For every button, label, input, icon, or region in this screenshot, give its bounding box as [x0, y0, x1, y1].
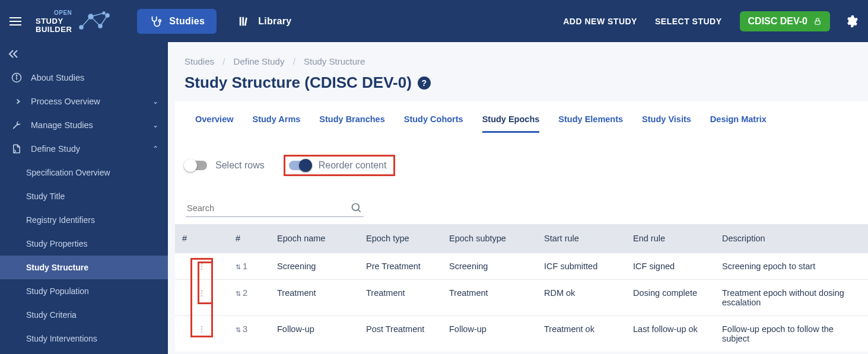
epoch-type: Post Treatment: [359, 316, 442, 352]
epoch-subtype: Treatment: [442, 280, 537, 316]
sidebar-item-about-studies[interactable]: About Studies: [0, 66, 168, 90]
start-rule: Treatment ok: [537, 316, 626, 352]
page-title: Study Structure (CDISC DEV-0): [185, 74, 412, 92]
sidebar-subitem-registry-identifiers[interactable]: Registry Identifiers: [0, 208, 168, 232]
breadcrumb-item: Study Structure: [304, 56, 365, 66]
sidebar-collapse-button[interactable]: [0, 42, 168, 66]
reorder-content-toggle[interactable]: Reorder content: [289, 160, 387, 171]
tab-study-elements[interactable]: Study Elements: [558, 112, 623, 133]
tab-study-cohorts[interactable]: Study Cohorts: [404, 112, 463, 133]
svg-point-7: [106, 14, 109, 17]
nav-library-button[interactable]: Library: [226, 9, 303, 34]
tab-study-epochs[interactable]: Study Epochs: [482, 112, 540, 133]
sidebar-item-manage-studies[interactable]: Manage Studies⌄: [0, 113, 168, 137]
sidebar-subitem-study-properties[interactable]: Study Properties: [0, 232, 168, 256]
nav-studies-label: Studies: [169, 16, 205, 27]
nav-library-label: Library: [258, 16, 291, 27]
drag-handle-icon[interactable]: ⋮: [198, 328, 206, 330]
sidebar-subitem-study-population[interactable]: Study Population: [0, 279, 168, 303]
sidebar-item-process-overview[interactable]: Process Overview⌄: [0, 90, 168, 113]
table-row: ⋮⇅2TreatmentTreatmentTreatmentRDM okDosi…: [175, 280, 868, 316]
nav-studies-button[interactable]: Studies: [137, 9, 217, 34]
chevron-down-icon: ⌄: [152, 121, 158, 129]
column-header[interactable]: #: [228, 224, 270, 253]
logo-graph-icon: [77, 9, 113, 33]
search-box[interactable]: [186, 200, 364, 217]
sidebar-item-label: Manage Studies: [31, 120, 152, 130]
app-logo: OPENSTUDYBUILDER: [36, 9, 113, 34]
end-rule: Last follow-up ok: [626, 316, 715, 352]
tab-overview[interactable]: Overview: [195, 112, 234, 133]
column-header[interactable]: End rule: [626, 224, 715, 253]
column-header[interactable]: Epoch type: [359, 224, 442, 253]
search-icon: [351, 202, 363, 214]
wrench-icon: [9, 120, 24, 130]
svg-rect-11: [243, 17, 244, 25]
lock-icon: [813, 17, 822, 25]
select-study-button[interactable]: SELECT STUDY: [655, 17, 722, 26]
svg-point-17: [352, 204, 360, 211]
switch-off-icon: [186, 161, 207, 170]
epoch-subtype: Follow-up: [442, 316, 537, 352]
column-header[interactable]: #: [175, 224, 228, 253]
svg-point-6: [98, 24, 102, 28]
chevron-down-icon: ⌄: [152, 97, 158, 106]
row-order[interactable]: ⇅3: [228, 316, 270, 352]
tab-study-visits[interactable]: Study Visits: [642, 112, 691, 133]
epoch-name: Screening: [270, 253, 359, 280]
sidebar-item-label: About Studies: [31, 73, 158, 82]
menu-toggle-icon[interactable]: [9, 17, 21, 25]
description: Screening epoch to start: [715, 253, 868, 280]
row-actions[interactable]: ⋮: [198, 261, 206, 271]
sidebar-item-define-study[interactable]: Define Study⌃: [0, 137, 168, 161]
current-study-label: CDISC DEV-0: [748, 16, 807, 27]
sidebar-subitem-specification-overview[interactable]: Specification Overview: [0, 161, 168, 184]
select-rows-toggle[interactable]: Select rows: [186, 160, 265, 171]
tab-design-matrix[interactable]: Design Matrix: [710, 112, 767, 133]
page-icon: [9, 143, 24, 154]
switch-on-icon: [289, 161, 310, 170]
svg-point-16: [16, 75, 17, 76]
svg-point-8: [103, 12, 105, 14]
breadcrumb-item[interactable]: Define Study: [234, 56, 285, 66]
sidebar-subitem-study-title[interactable]: Study Title: [0, 184, 168, 208]
svg-point-5: [88, 14, 93, 19]
settings-gear-icon[interactable]: [844, 14, 859, 28]
select-rows-label: Select rows: [215, 160, 265, 171]
add-new-study-button[interactable]: ADD NEW STUDY: [563, 17, 637, 26]
start-rule: ICF submitted: [537, 253, 626, 280]
sidebar-item-label: Process Overview: [31, 97, 152, 106]
column-header[interactable]: Start rule: [537, 224, 626, 253]
current-study-badge[interactable]: CDISC DEV-0: [740, 11, 830, 31]
breadcrumb: Studies / Define Study / Study Structure: [168, 42, 868, 71]
column-header[interactable]: Epoch name: [270, 224, 359, 253]
sidebar-subitem-study-structure[interactable]: Study Structure: [0, 256, 168, 279]
table-row: ⋮⇅1ScreeningPre TreatmentScreeningICF su…: [175, 253, 868, 280]
svg-line-18: [358, 210, 361, 212]
info-icon: [9, 72, 24, 83]
epoch-name: Follow-up: [270, 316, 359, 352]
sidebar-subitem-study-criteria[interactable]: Study Criteria: [0, 303, 168, 327]
start-rule: RDM ok: [537, 280, 626, 316]
column-header[interactable]: Epoch subtype: [442, 224, 537, 253]
epoch-type: Treatment: [359, 280, 442, 316]
epoch-name: Treatment: [270, 280, 359, 316]
stethoscope-icon: [149, 15, 162, 28]
breadcrumb-item[interactable]: Studies: [185, 56, 214, 66]
column-header[interactable]: Description: [715, 224, 868, 253]
end-rule: Dosing complete: [626, 280, 715, 316]
sidebar-subitem-study-interventions[interactable]: Study Interventions: [0, 327, 168, 350]
tab-study-arms[interactable]: Study Arms: [253, 112, 301, 133]
row-order[interactable]: ⇅1: [228, 253, 270, 280]
table-row: ⋮⇅3Follow-upPost TreatmentFollow-upTreat…: [175, 316, 868, 352]
end-rule: ICF signed: [626, 253, 715, 280]
svg-rect-10: [240, 17, 241, 25]
help-icon[interactable]: ?: [418, 76, 431, 90]
sidebar-item-label: Define Study: [31, 144, 152, 154]
search-input[interactable]: [187, 203, 351, 213]
chevron-up-icon: ⌃: [152, 145, 158, 153]
row-order[interactable]: ⇅2: [228, 280, 270, 316]
tab-study-branches[interactable]: Study Branches: [319, 112, 384, 133]
description: Follow-up epoch to follow the subject: [715, 316, 868, 352]
reorder-content-label: Reorder content: [319, 160, 387, 171]
